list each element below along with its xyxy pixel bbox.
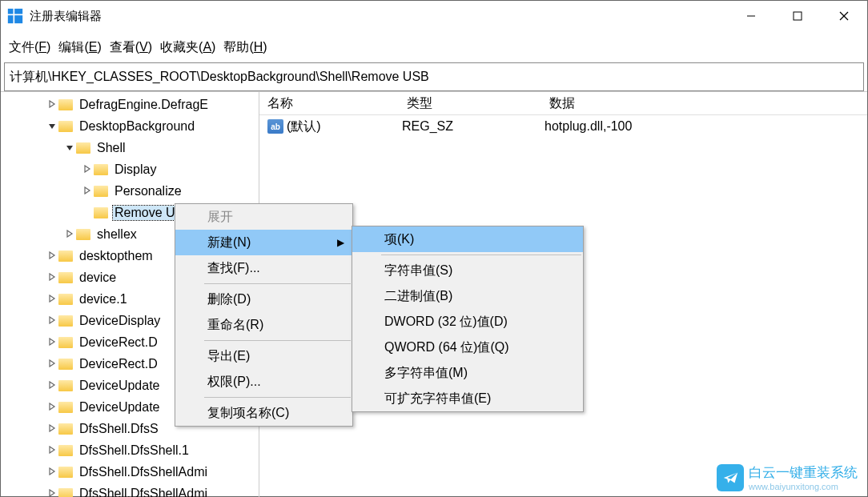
tree-label: device.1 xyxy=(78,292,129,307)
tree-item[interactable]: Display xyxy=(1,158,259,180)
menu-edit[interactable]: 编辑(E) xyxy=(58,39,101,56)
subctx-expand[interactable]: 可扩充字符串值(E) xyxy=(352,386,583,411)
folder-icon xyxy=(94,164,108,175)
tree-item[interactable]: Personalize xyxy=(1,180,259,202)
tree-item[interactable]: DesktopBackground xyxy=(1,115,259,137)
tree-label: DfsShell.DfsShellAdmi xyxy=(78,465,209,479)
tree-label: DfsShell.DfsS xyxy=(78,422,160,436)
tree-label: DeviceUpdate xyxy=(78,400,162,415)
subctx-multi[interactable]: 多字符串值(M) xyxy=(352,360,583,386)
expand-icon[interactable] xyxy=(46,98,58,110)
svg-rect-5 xyxy=(794,12,802,20)
separator xyxy=(381,255,581,255)
close-button[interactable] xyxy=(821,2,867,30)
ctx-find[interactable]: 查找(F)... xyxy=(175,255,352,281)
watermark-icon xyxy=(717,464,744,491)
tree-label: Shell xyxy=(95,141,127,155)
expand-icon[interactable] xyxy=(46,250,58,262)
menu-file[interactable]: 文件(F) xyxy=(9,39,50,56)
menu-view[interactable]: 查看(V) xyxy=(110,39,152,56)
col-name[interactable]: 名称 xyxy=(259,95,407,112)
expand-icon[interactable] xyxy=(46,466,58,478)
subctx-dword[interactable]: DWORD (32 位)值(D) xyxy=(352,309,583,335)
col-type[interactable]: 类型 xyxy=(407,95,549,112)
subctx-key[interactable]: 项(K) xyxy=(352,226,583,252)
folder-icon xyxy=(76,142,90,154)
tree-label: DeviceRect.D xyxy=(78,335,159,350)
ctx-export[interactable]: 导出(E) xyxy=(175,343,352,369)
titlebar-controls xyxy=(728,2,867,30)
expand-icon[interactable] xyxy=(46,293,58,305)
expand-icon[interactable] xyxy=(46,120,58,132)
folder-icon xyxy=(58,251,73,262)
expand-icon[interactable] xyxy=(63,228,76,240)
tree-item[interactable]: Shell xyxy=(1,137,259,158)
expand-icon[interactable] xyxy=(46,444,58,456)
expand-icon[interactable] xyxy=(46,358,58,370)
tree-label: DefragEngine.DefragE xyxy=(78,98,210,112)
subctx-binary[interactable]: 二进制值(B) xyxy=(352,283,583,309)
address-text: 计算机\HKEY_CLASSES_ROOT\DesktopBackground\… xyxy=(10,69,429,86)
tree-label: DeviceRect.D xyxy=(78,357,159,371)
expand-icon[interactable] xyxy=(46,336,58,348)
folder-icon xyxy=(76,229,90,240)
minimize-button[interactable] xyxy=(728,2,774,30)
folder-icon xyxy=(58,380,73,391)
expand-icon[interactable] xyxy=(46,379,58,391)
string-value-icon: ab xyxy=(267,119,283,134)
tree-label: DesktopBackground xyxy=(78,119,196,134)
ctx-delete[interactable]: 删除(D) xyxy=(175,287,352,312)
expand-icon[interactable] xyxy=(46,487,58,497)
ctx-new-label: 新建(N) xyxy=(207,234,251,251)
folder-icon xyxy=(58,359,73,370)
registry-editor-window: 注册表编辑器 文件(F) 编辑(E) 查看(V) 收藏夹(A) 帮助(H) 计算… xyxy=(0,0,868,497)
tree-label: desktopthem xyxy=(78,249,155,263)
svg-rect-1 xyxy=(14,9,22,14)
separator xyxy=(204,340,351,341)
folder-icon xyxy=(58,99,73,110)
menu-help[interactable]: 帮助(H) xyxy=(223,39,267,56)
expand-icon[interactable] xyxy=(81,185,94,197)
svg-rect-3 xyxy=(14,15,22,23)
ctx-permissions[interactable]: 权限(P)... xyxy=(175,369,352,395)
context-menu: 展开 新建(N) ▶ 查找(F)... 删除(D) 重命名(R) 导出(E) 权… xyxy=(175,203,353,427)
tree-item[interactable]: DfsShell.DfsShellAdmi xyxy=(1,483,259,497)
ctx-copy-key[interactable]: 复制项名称(C) xyxy=(175,400,352,426)
tree-item[interactable]: DefragEngine.DefragE xyxy=(1,94,259,115)
folder-icon xyxy=(58,488,73,498)
expand-icon[interactable] xyxy=(46,271,58,283)
tree-label: DfsShell.DfsShellAdmi xyxy=(78,487,209,498)
ctx-new[interactable]: 新建(N) ▶ xyxy=(175,230,352,255)
menu-favorites[interactable]: 收藏夹(A) xyxy=(160,39,215,56)
subctx-qword[interactable]: QWORD (64 位)值(Q) xyxy=(352,335,583,360)
expand-icon[interactable] xyxy=(63,142,76,154)
tree-item[interactable]: DfsShell.DfsShell.1 xyxy=(1,439,259,461)
subctx-string[interactable]: 字符串值(S) xyxy=(352,258,583,283)
folder-icon xyxy=(58,467,73,478)
folder-icon xyxy=(58,423,73,435)
expand-icon[interactable] xyxy=(46,315,58,327)
maximize-button[interactable] xyxy=(774,2,821,30)
col-data[interactable]: 数据 xyxy=(549,95,867,112)
tree-label: device xyxy=(78,271,118,285)
tree-item[interactable]: DfsShell.DfsShellAdmi xyxy=(1,461,259,483)
address-bar[interactable]: 计算机\HKEY_CLASSES_ROOT\DesktopBackground\… xyxy=(4,62,864,91)
folder-icon xyxy=(58,121,73,132)
expand-icon[interactable] xyxy=(46,423,58,435)
ctx-rename[interactable]: 重命名(R) xyxy=(175,312,352,338)
row-data: hotplug.dll,-100 xyxy=(545,119,867,134)
expand-icon[interactable] xyxy=(81,163,94,175)
folder-icon xyxy=(94,186,108,197)
row-type: REG_SZ xyxy=(402,119,545,134)
ctx-expand[interactable]: 展开 xyxy=(175,204,352,230)
list-row[interactable]: ab(默认)REG_SZhotplug.dll,-100 xyxy=(259,115,867,138)
svg-rect-2 xyxy=(8,15,14,23)
tree-label: DfsShell.DfsShell.1 xyxy=(78,443,191,458)
list-rows: ab(默认)REG_SZhotplug.dll,-100 xyxy=(259,115,867,138)
watermark: 白云一键重装系统 www.baiyunxitong.com xyxy=(717,463,858,491)
folder-icon xyxy=(58,337,73,348)
folder-icon xyxy=(94,207,108,218)
folder-icon xyxy=(58,272,73,283)
expand-icon[interactable] xyxy=(46,401,58,413)
app-icon xyxy=(7,8,23,24)
